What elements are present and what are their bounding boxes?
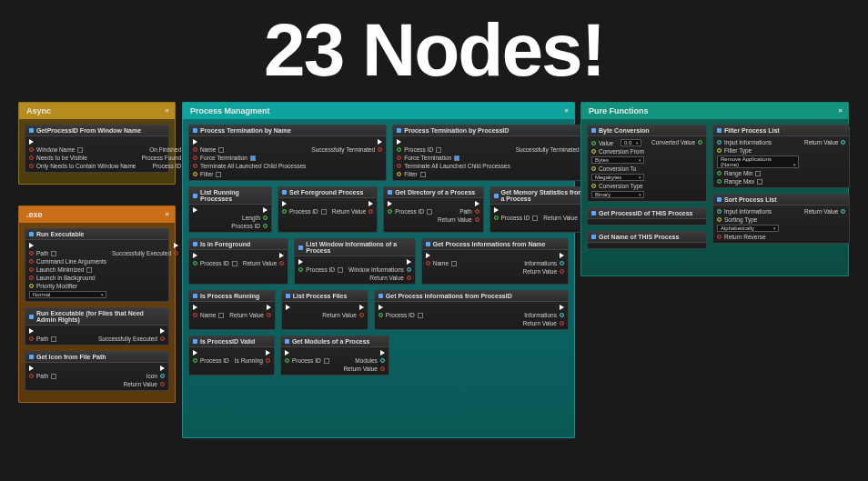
exec-out-pin[interactable] xyxy=(475,201,479,206)
node-is-running[interactable]: Is Process Running NameReturn Value xyxy=(188,290,276,330)
pin-return[interactable]: Return Value xyxy=(322,312,363,318)
node-run-admin[interactable]: Run Executable (for Files that Need Admi… xyxy=(25,307,169,346)
pin-running[interactable]: Is Running xyxy=(235,357,270,364)
node-get-directory[interactable]: Get Directory of a Process Process IDPat… xyxy=(383,186,483,233)
exec-in-pin[interactable] xyxy=(193,350,229,356)
node-filter-process-list[interactable]: Filter Process List Input Informations F… xyxy=(712,125,850,188)
exec-out-pin[interactable] xyxy=(359,305,364,310)
exec-in-pin[interactable] xyxy=(193,305,224,310)
exec-in-pin[interactable] xyxy=(29,328,93,334)
pin-input-info[interactable]: Input Informations xyxy=(717,208,779,215)
pin-path[interactable]: Path xyxy=(29,373,95,379)
exec-out-pin[interactable] xyxy=(279,253,284,258)
pin-info[interactable]: Window Informations xyxy=(348,266,411,273)
exec-in-pin[interactable] xyxy=(286,305,318,310)
node-get-info-from-name[interactable]: Get Process Informations from Name NameI… xyxy=(421,238,569,285)
exec-in-pin[interactable] xyxy=(397,139,510,145)
pin-return[interactable]: Return Value xyxy=(523,320,564,326)
type-dropdown[interactable]: Binary xyxy=(591,191,644,198)
exec-in-pin[interactable] xyxy=(29,366,95,371)
sort-type-dropdown[interactable]: Alphabetically xyxy=(717,225,779,232)
pin-name[interactable]: Name xyxy=(193,312,224,318)
close-icon[interactable]: × xyxy=(165,210,169,218)
pin-pid[interactable]: Process ID xyxy=(282,208,327,215)
pin-name[interactable]: Name xyxy=(193,146,306,153)
node-get-memory[interactable]: Get Memory Statistics from a Process Pro… xyxy=(490,186,590,233)
node-is-foreground[interactable]: Is in Foreground Process IDReturn Value xyxy=(188,238,288,285)
pin-return[interactable]: Return Value xyxy=(243,260,284,266)
pin-pid[interactable]: Process ID xyxy=(298,266,343,273)
pin-range-max[interactable]: Range Max xyxy=(717,178,799,185)
node-get-pid-from-window[interactable]: GetProcessID From Window Name Window Nam… xyxy=(25,125,169,173)
pin-return[interactable]: Return Value xyxy=(804,139,845,145)
exec-out-pin[interactable] xyxy=(560,253,564,258)
pin-converted[interactable]: Converted Value xyxy=(651,139,702,145)
pin-pid[interactable]: Process ID xyxy=(285,357,332,364)
node-terminate-by-pid[interactable]: Process Termination by ProcessID Process… xyxy=(392,125,590,181)
exec-in-pin[interactable] xyxy=(298,259,343,265)
filter-type-dropdown[interactable]: Remove Applications (Name) xyxy=(717,155,799,168)
pin-args[interactable]: Command Line Arguments xyxy=(29,258,106,265)
pin-filter[interactable]: Filter xyxy=(193,171,306,177)
exec-in-pin[interactable] xyxy=(29,243,106,248)
exec-in-pin[interactable] xyxy=(426,253,492,258)
exec-in-pin[interactable] xyxy=(193,139,306,145)
exec-in-pin[interactable] xyxy=(388,201,432,206)
pin-path[interactable]: Path xyxy=(459,208,479,215)
value-input[interactable]: 0.0 xyxy=(621,139,641,146)
pin-pid[interactable]: Process ID xyxy=(388,208,432,215)
pin-sort-type[interactable]: Sorting Type xyxy=(717,216,779,223)
pin-window-name[interactable]: Window Name xyxy=(29,146,136,153)
exec-out-pin[interactable] xyxy=(368,201,373,206)
pin-icon[interactable]: Icon xyxy=(146,373,165,379)
exec-out-pin[interactable] xyxy=(378,139,382,145)
exec-out-pin[interactable] xyxy=(160,366,165,371)
pin-modules[interactable]: Modules xyxy=(355,357,385,364)
exec-in-pin[interactable] xyxy=(378,305,469,310)
pin-pid[interactable]: Process ID xyxy=(193,260,237,266)
pin-input-info[interactable]: Input Informations xyxy=(717,139,799,145)
pin-force[interactable]: Force Termination xyxy=(193,155,306,161)
pin-needs-visible[interactable]: Needs to be Visible xyxy=(29,155,136,161)
pin-info[interactable]: Informations xyxy=(524,312,564,318)
pin-success[interactable]: Successfully Terminated xyxy=(516,146,587,153)
close-icon[interactable]: × xyxy=(838,106,843,115)
pin-length[interactable]: Length xyxy=(242,215,267,221)
exec-in-pin[interactable] xyxy=(282,201,327,206)
exec-in-pin[interactable] xyxy=(494,207,539,213)
from-dropdown[interactable]: Bytes xyxy=(591,156,644,164)
pin-reverse[interactable]: Return Reverse xyxy=(717,234,779,240)
pin-priority[interactable]: Priority Modifier xyxy=(29,283,106,289)
pin-force[interactable]: Force Termination xyxy=(397,155,510,161)
pin-return[interactable]: Return Value xyxy=(543,215,584,221)
pin-pid[interactable]: Process ID xyxy=(397,146,510,153)
pin-return[interactable]: Return Value xyxy=(124,381,165,387)
exec-out-pin[interactable] xyxy=(380,350,385,356)
pin-return[interactable]: Return Value xyxy=(804,208,845,215)
pin-type[interactable]: Conversion Type xyxy=(591,183,644,189)
panel-exe-header[interactable]: .exe × xyxy=(19,206,175,223)
pin-children[interactable]: Terminate All Launched Child Processes xyxy=(397,163,510,169)
exec-out-pin[interactable] xyxy=(560,305,564,310)
pin-filter-type[interactable]: Filter Type xyxy=(717,147,799,154)
pin-pid[interactable]: Process ID xyxy=(231,223,267,229)
pin-from[interactable]: Conversion From xyxy=(591,148,644,155)
node-byte-conversion[interactable]: Byte Conversion Value 0.0 Conversion Fro… xyxy=(587,125,707,202)
pin-name[interactable]: Name xyxy=(426,260,492,266)
panel-pure-header[interactable]: Pure Functions × xyxy=(581,103,848,119)
exec-out-pin[interactable] xyxy=(267,305,271,310)
to-dropdown[interactable]: Megabytes xyxy=(591,174,644,181)
node-get-icon[interactable]: Get Icon from File Path Path Icon Return… xyxy=(25,351,169,391)
panel-async-header[interactable]: Async × xyxy=(19,103,175,119)
node-sort-process-list[interactable]: Sort Process List Input Informations Sor… xyxy=(712,194,850,244)
node-is-pid-valid[interactable]: Is ProcessID Valid Process IDIs Running xyxy=(188,336,275,376)
pin-return[interactable]: Return Value xyxy=(369,275,410,281)
node-run-executable[interactable]: Run Executable Path Command Line Argumen… xyxy=(25,228,169,302)
pin-return[interactable]: Return Value xyxy=(343,366,384,372)
exec-in-pin[interactable] xyxy=(285,350,332,356)
pin-return[interactable]: Return Value xyxy=(332,208,373,215)
exec-out-pin[interactable] xyxy=(266,350,270,356)
node-get-name-this[interactable]: Get Name of THIS Process xyxy=(587,231,707,249)
node-terminate-by-name[interactable]: Process Termination by Name Name Force T… xyxy=(188,125,387,181)
pin-launch-bg[interactable]: Launch in Background xyxy=(29,275,106,281)
